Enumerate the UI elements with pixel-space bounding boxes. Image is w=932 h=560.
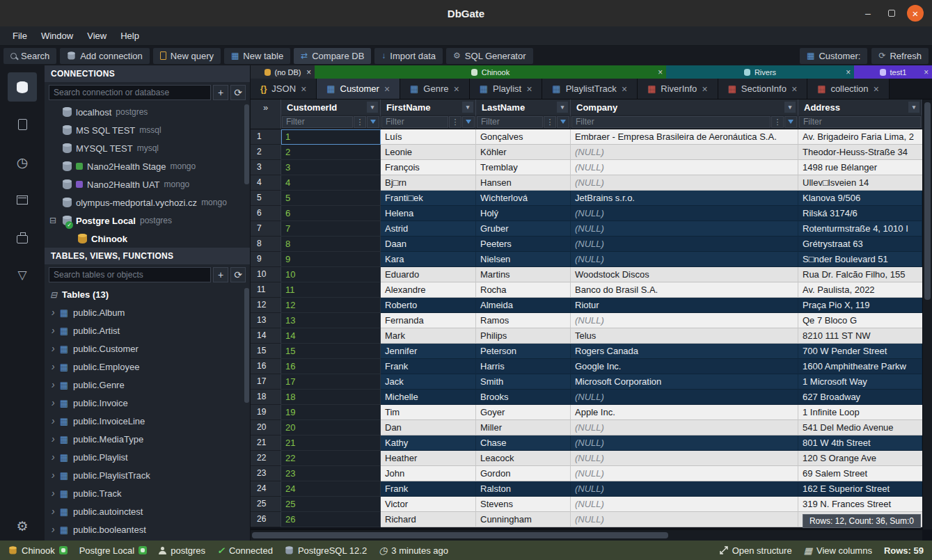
cell-firstname[interactable]: Leonie xyxy=(381,145,476,160)
collapse-icon[interactable] xyxy=(50,289,57,300)
cell-company[interactable]: Riotur xyxy=(571,298,798,313)
cell-company[interactable]: (NULL) xyxy=(571,481,798,497)
table-list-item[interactable]: public.Album xyxy=(45,303,250,321)
settings-button[interactable] xyxy=(8,511,37,541)
rail-connections-button[interactable] xyxy=(8,72,37,102)
row-number[interactable]: 25 xyxy=(251,497,281,512)
cell-firstname[interactable]: Kathy xyxy=(381,435,476,451)
cell-firstname[interactable]: Eduardo xyxy=(381,267,476,282)
refresh-button[interactable]: Refresh xyxy=(871,48,929,64)
table-list-item[interactable]: public.Employee xyxy=(45,358,250,376)
cell-customerid[interactable]: 13 xyxy=(281,313,381,328)
table-list-item[interactable]: public.Genre xyxy=(45,376,250,394)
row-number[interactable]: 2 xyxy=(251,145,281,160)
cell-address[interactable]: 627 Broadway xyxy=(798,390,922,405)
cell-lastname[interactable]: Gordon xyxy=(476,466,571,481)
chevron-down-icon[interactable] xyxy=(908,102,919,113)
cell-company[interactable]: (NULL) xyxy=(571,420,798,435)
column-header-customerid[interactable]: CustomerId xyxy=(281,99,381,115)
file-tab[interactable]: collection xyxy=(807,79,890,99)
connection-item[interactable]: MYSQL TEST mysql xyxy=(45,139,250,157)
close-icon[interactable] xyxy=(622,83,627,95)
filter-funnel-icon[interactable] xyxy=(462,116,475,128)
cell-lastname[interactable]: Harris xyxy=(476,359,571,374)
cell-customerid[interactable]: 2 xyxy=(281,145,381,160)
cell-address[interactable]: Grétrystraat 63 xyxy=(798,237,922,252)
file-tab[interactable]: PlaylistTrack xyxy=(542,79,638,99)
cell-company[interactable]: (NULL) xyxy=(571,435,798,451)
cell-firstname[interactable]: Heather xyxy=(381,451,476,466)
row-number[interactable]: 3 xyxy=(251,160,281,175)
cell-company[interactable]: Microsoft Corporation xyxy=(571,374,798,390)
cell-lastname[interactable]: Stevens xyxy=(476,497,571,512)
cell-company[interactable]: (NULL) xyxy=(571,497,798,512)
add-table-icon-button[interactable] xyxy=(213,267,228,282)
column-header-firstname[interactable]: FirstName xyxy=(381,99,476,115)
row-number[interactable]: 5 xyxy=(251,191,281,206)
cell-address[interactable]: 120 S Orange Ave xyxy=(798,451,922,466)
cell-company[interactable]: Embraer - Empresa Brasileira de Aeronáut… xyxy=(571,129,798,145)
column-header-address[interactable]: Address xyxy=(798,99,922,115)
cell-company[interactable]: (NULL) xyxy=(571,512,798,527)
table-list-item[interactable]: public.InvoiceLine xyxy=(45,412,250,430)
cell-lastname[interactable]: Philips xyxy=(476,328,571,344)
table-list-item[interactable]: public.PlaylistTrack xyxy=(45,466,250,484)
row-number[interactable]: 23 xyxy=(251,466,281,481)
cell-firstname[interactable]: Luís xyxy=(381,129,476,145)
cell-address[interactable]: S□nder Boulevard 51 xyxy=(798,252,922,267)
column-header-company[interactable]: Company xyxy=(571,99,798,115)
cell-company[interactable]: (NULL) xyxy=(571,145,798,160)
add-connection-button[interactable]: Add connection xyxy=(60,48,150,64)
cell-customerid[interactable]: 20 xyxy=(281,420,381,435)
connection-item[interactable]: MS SQL TEST mssql xyxy=(45,121,250,139)
close-icon[interactable] xyxy=(846,67,851,77)
cell-customerid[interactable]: 8 xyxy=(281,237,381,252)
table-list-item[interactable]: public.Playlist xyxy=(45,448,250,466)
tables-search-input[interactable] xyxy=(49,267,211,282)
rail-history-button[interactable] xyxy=(8,147,37,177)
cell-lastname[interactable]: Smith xyxy=(476,374,571,390)
row-number[interactable]: 6 xyxy=(251,206,281,221)
filter-menu-icon[interactable] xyxy=(544,116,556,128)
rail-archive-button[interactable] xyxy=(8,185,37,214)
cell-firstname[interactable]: Franti□ek xyxy=(381,191,476,206)
current-cell-button[interactable]: Customer: xyxy=(800,48,867,64)
filter-menu-icon[interactable] xyxy=(771,116,784,128)
cell-lastname[interactable]: Rocha xyxy=(476,282,571,298)
tables-group-row[interactable]: Tables (13) xyxy=(45,285,250,303)
cell-firstname[interactable]: Victor xyxy=(381,497,476,512)
cell-firstname[interactable]: Frank xyxy=(381,481,476,497)
menu-item[interactable]: View xyxy=(80,28,113,44)
db-tab-rivers[interactable]: Rivers xyxy=(666,65,854,79)
cell-lastname[interactable]: Hansen xyxy=(476,175,571,191)
cell-address[interactable]: Rotenturmstraße 4, 1010 I xyxy=(798,221,922,237)
row-number[interactable]: 15 xyxy=(251,344,281,359)
menu-item[interactable]: Window xyxy=(34,28,80,44)
cell-firstname[interactable]: Michelle xyxy=(381,390,476,405)
cell-company[interactable]: (NULL) xyxy=(571,466,798,481)
cell-company[interactable]: Woodstock Discos xyxy=(571,267,798,282)
cell-firstname[interactable]: Fernanda xyxy=(381,313,476,328)
cell-lastname[interactable]: Ramos xyxy=(476,313,571,328)
chevron-down-icon[interactable] xyxy=(557,102,568,113)
table-list-item[interactable]: public.autoinctest xyxy=(45,502,250,520)
cell-customerid[interactable]: 9 xyxy=(281,252,381,267)
row-number[interactable]: 20 xyxy=(251,420,281,435)
table-list-item[interactable]: public.Artist xyxy=(45,321,250,339)
table-list-item[interactable]: public.Customer xyxy=(45,339,250,358)
cell-firstname[interactable]: Daan xyxy=(381,237,476,252)
cell-address[interactable]: 1600 Amphitheatre Parkw xyxy=(798,359,922,374)
rail-filter-button[interactable] xyxy=(8,260,37,289)
close-icon[interactable] xyxy=(791,83,797,95)
cell-firstname[interactable]: Tim xyxy=(381,405,476,420)
connection-item[interactable]: olympus-medportal.vychozi.cz mongo xyxy=(45,193,250,211)
row-number[interactable]: 26 xyxy=(251,512,281,527)
chevron-down-icon[interactable] xyxy=(784,102,796,113)
cell-customerid[interactable]: 7 xyxy=(281,221,381,237)
view-columns-button[interactable]: View columns xyxy=(804,545,872,556)
cell-address[interactable]: Av. Brigadeiro Faria Lima, 2 xyxy=(798,129,922,145)
cell-company[interactable]: Rogers Canada xyxy=(571,344,798,359)
table-list-item[interactable]: public.MediaType xyxy=(45,430,250,448)
cell-lastname[interactable]: Nielsen xyxy=(476,252,571,267)
close-icon[interactable] xyxy=(306,67,311,77)
